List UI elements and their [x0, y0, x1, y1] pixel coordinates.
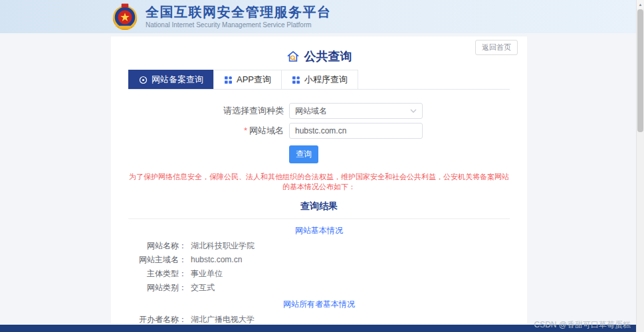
result-value: 事业单位 — [191, 269, 223, 279]
app-grid-icon — [224, 76, 233, 84]
query-form: 请选择查询种类 网站域名 *网站域名 查询 — [128, 103, 510, 163]
result-label: 网站主域名： — [128, 255, 187, 265]
scrollbar-thumb[interactable] — [637, 9, 643, 132]
return-home-button[interactable]: 返回首页 — [475, 40, 518, 55]
result-value: hubstc.com.cn — [191, 255, 242, 265]
legal-notice-text: 为了保护网络信息安全，保障公民、法人和其他组织的合法权益，维护国家安全和社会公共… — [128, 172, 510, 192]
public-query-page: 全国互联网安全管理服务平台 National Internet Security… — [0, 0, 644, 332]
site-basic-info-list: 网站名称： 湖北科技职业学院 网站主域名： hubstc.com.cn 主体类型… — [128, 241, 510, 293]
site-logo-text: 全国互联网安全管理服务平台 National Internet Security… — [146, 5, 332, 29]
site-title-cn: 全国互联网安全管理服务平台 — [146, 5, 332, 20]
result-row: 主体类型： 事业单位 — [128, 269, 510, 279]
page-title-label: 公共查询 — [304, 48, 352, 64]
result-label: 开办者名称： — [128, 315, 187, 325]
query-type-selected-value: 网站域名 — [295, 106, 327, 117]
result-label: 网站类别： — [128, 283, 187, 293]
results-title: 查询结果 — [128, 201, 510, 212]
result-row: 开办者名称： 湖北广播电视大学 — [128, 315, 510, 325]
globe-circle-icon — [139, 76, 148, 84]
result-value: 交互式 — [191, 283, 215, 293]
site-title-en: National Internet Security Management Se… — [146, 21, 332, 29]
owner-basic-info-link[interactable]: 网站所有者基本情况 — [128, 299, 510, 310]
tab-miniprogram-query[interactable]: 小程序查询 — [281, 70, 358, 89]
chevron-down-icon — [410, 109, 417, 113]
query-submit-button[interactable]: 查询 — [289, 145, 318, 163]
scrollbar-up-button[interactable]: ▲ — [637, 0, 644, 9]
result-row: 网站主域名： hubstc.com.cn — [128, 255, 510, 265]
result-value: 湖北广播电视大学 — [191, 315, 255, 325]
tab-website-record-query[interactable]: 网站备案查询 — [128, 70, 214, 89]
site-header: 全国互联网安全管理服务平台 National Internet Security… — [0, 0, 644, 33]
house-search-icon — [286, 50, 300, 63]
result-value: 湖北科技职业学院 — [191, 241, 255, 251]
domain-input[interactable] — [289, 123, 423, 139]
page-title: 公共查询 — [128, 48, 510, 64]
query-type-row: 请选择查询种类 网站域名 — [128, 103, 510, 119]
tab-label: 小程序查询 — [304, 74, 348, 86]
query-type-select[interactable]: 网站域名 — [289, 103, 423, 119]
site-header-inner: 全国互联网安全管理服务平台 National Internet Security… — [111, 0, 644, 33]
required-asterisk: * — [244, 125, 247, 135]
result-row: 网站类别： 交互式 — [128, 283, 510, 293]
miniprogram-grid-icon — [292, 76, 300, 84]
site-basic-info-link[interactable]: 网站基本情况 — [128, 225, 510, 236]
query-card: 返回首页 公共查询 网站备案查询 — [111, 37, 527, 324]
domain-row: *网站域名 — [128, 123, 510, 139]
result-row: 网站名称： 湖北科技职业学院 — [128, 241, 510, 251]
tab-label: 网站备案查询 — [152, 74, 203, 86]
result-label: 主体类型： — [128, 269, 187, 279]
domain-label: *网站域名 — [128, 125, 284, 137]
tab-app-query[interactable]: APP查询 — [213, 70, 282, 89]
police-emblem-logo — [111, 3, 139, 31]
csdn-watermark: CSDN @香甜可口草莓蛋糕 — [534, 319, 631, 331]
results-divider — [128, 218, 510, 219]
vertical-scrollbar[interactable]: ▲ — [636, 0, 644, 332]
result-label: 网站名称： — [128, 241, 187, 251]
query-tabs: 网站备案查询 APP查询 小程序查询 — [128, 70, 510, 90]
tab-label: APP查询 — [237, 74, 271, 86]
query-type-label: 请选择查询种类 — [128, 105, 284, 117]
